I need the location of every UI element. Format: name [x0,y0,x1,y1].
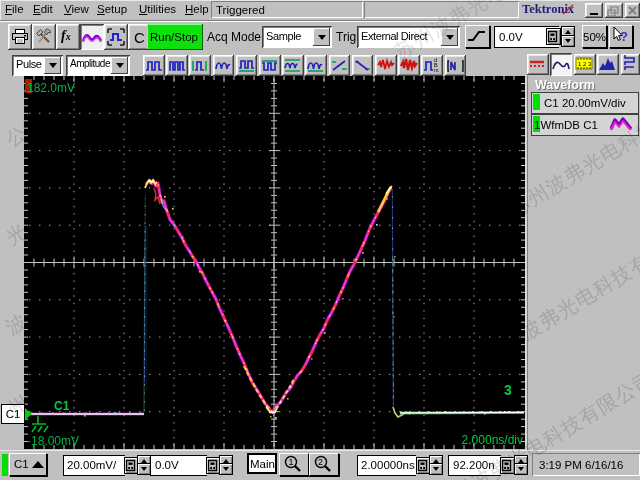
svg-text:3: 3 [504,382,512,398]
svg-text:m: m [434,67,439,73]
svg-text:C1: C1 [54,399,70,413]
svg-text:-18.00mV: -18.00mV [27,434,79,448]
svg-text:?: ? [620,29,628,44]
svg-text:2: 2 [318,457,323,467]
svg-text:182.0mV: 182.0mV [27,81,75,95]
svg-text:1: 1 [289,457,294,467]
svg-text:1 2 3: 1 2 3 [578,61,592,67]
